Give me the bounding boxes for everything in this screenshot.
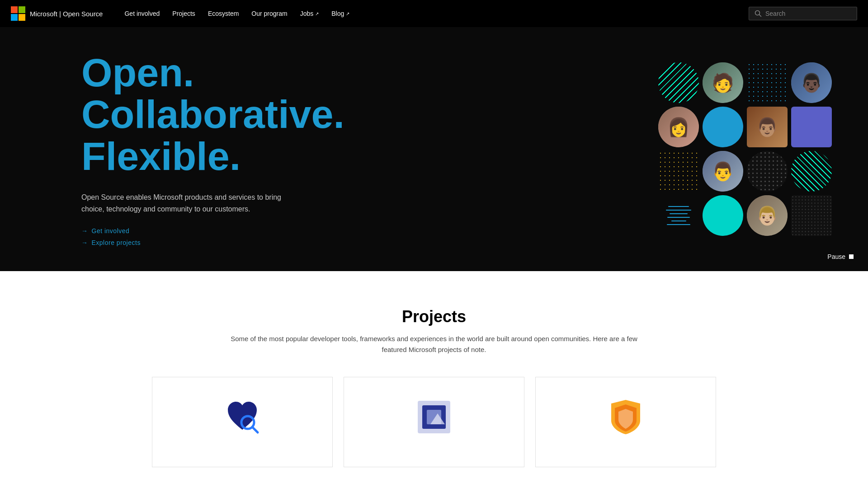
- external-icon: ↗: [346, 11, 349, 16]
- project-card-dep-review: [152, 377, 333, 467]
- projects-title: Projects: [27, 307, 841, 326]
- grid-person-1: 🧑: [703, 62, 743, 103]
- grid-pattern-teal-lines: [658, 62, 699, 103]
- main-nav: Microsoft | Open Source Get involved Pro…: [0, 0, 868, 27]
- grid-pattern-dots-blue: [747, 62, 788, 103]
- grid-solid-blue-circle: [703, 107, 743, 147]
- hero-get-involved-link[interactable]: → Get involved: [81, 227, 434, 235]
- ospo-icon: [608, 399, 644, 435]
- grid-person-2: 👨🏿: [791, 62, 832, 103]
- nav-jobs[interactable]: Jobs ↗: [300, 10, 319, 17]
- grid-person-5: 👨: [703, 151, 743, 192]
- fluid-icon: [416, 399, 452, 435]
- hero-section: Open. Collaborative. Flexible. Open Sour…: [0, 0, 868, 271]
- projects-subtitle: Some of the most popular developer tools…: [231, 333, 637, 355]
- grid-person-6: 👨🏼: [747, 195, 788, 236]
- grid-pattern-dots-dark-circle: [747, 151, 788, 192]
- grid-person-4: 👨🏽: [747, 107, 788, 147]
- hero-content: Open. Collaborative. Flexible. Open Sour…: [81, 52, 434, 246]
- hero-image-grid: 🧑 👨🏿 👩 👨🏽 👨: [658, 62, 841, 236]
- logo-link[interactable]: Microsoft | Open Source: [11, 6, 103, 21]
- grid-pattern-dots-yellow: [658, 151, 699, 192]
- site-title: Microsoft | Open Source: [30, 10, 103, 18]
- external-icon: ↗: [315, 11, 319, 16]
- project-card-fluid: [344, 377, 524, 467]
- search-icon: [755, 10, 762, 17]
- arrow-right-icon: →: [81, 227, 88, 235]
- nav-our-program[interactable]: Our program: [251, 10, 287, 17]
- hero-explore-projects-link[interactable]: → Explore projects: [81, 239, 434, 246]
- svg-line-3: [252, 427, 258, 432]
- ms-logo: [11, 6, 25, 21]
- dep-review-icon: [224, 399, 260, 435]
- grid-solid-teal-circle: [703, 195, 743, 236]
- nav-links: Get involved Projects Ecosystem Our prog…: [124, 10, 349, 17]
- pause-button[interactable]: Pause: [827, 253, 854, 260]
- nav-projects[interactable]: Projects: [172, 10, 195, 17]
- arrow-right-icon: →: [81, 239, 88, 246]
- grid-person-3: 👩: [658, 107, 699, 147]
- nav-get-involved[interactable]: Get involved: [124, 10, 160, 17]
- project-card-ospo: [535, 377, 716, 467]
- search-bar: [749, 7, 857, 20]
- hero-cta-links: → Get involved → Explore projects: [81, 227, 434, 246]
- hero-headline: Open. Collaborative. Flexible.: [81, 52, 434, 177]
- hero-description: Open Source enables Microsoft products a…: [81, 192, 298, 215]
- pause-label: Pause: [827, 253, 845, 260]
- grid-pattern-lines-blue-rect: [658, 195, 699, 236]
- search-input[interactable]: [765, 10, 851, 17]
- projects-cards: [118, 377, 750, 467]
- grid-solid-purple-square: [791, 107, 832, 147]
- projects-section: Projects Some of the most popular develo…: [0, 271, 868, 488]
- svg-line-1: [760, 15, 761, 17]
- grid-pattern-teal-diag-circle: [791, 151, 832, 192]
- nav-blog[interactable]: Blog ↗: [331, 10, 349, 17]
- pause-square-icon: [849, 254, 854, 259]
- grid-pattern-dots-small-rect: [791, 195, 832, 236]
- nav-ecosystem[interactable]: Ecosystem: [208, 10, 239, 17]
